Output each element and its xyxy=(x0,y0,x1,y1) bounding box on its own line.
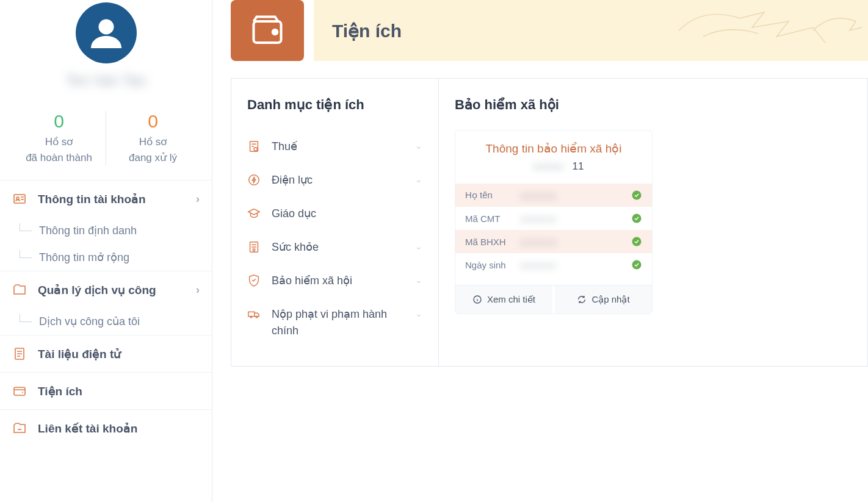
info-key: Ngày sinh xyxy=(465,260,520,270)
info-card-title: Thông tin bảo hiểm xã hội xyxy=(455,142,652,156)
page-title: Tiện ích xyxy=(332,20,402,41)
category-fines[interactable]: Nộp phạt vi phạm hành chính ⌄ xyxy=(247,298,422,348)
category-health[interactable]: Sức khỏe ⌄ xyxy=(247,231,422,264)
stat-completed-value: 0 xyxy=(17,111,101,132)
refresh-icon xyxy=(577,295,587,304)
category-social-insurance[interactable]: Bảo hiểm xã hội ⌄ xyxy=(247,264,422,298)
sidebar-item-utilities[interactable]: Tiện ích xyxy=(0,372,212,409)
header-title-box: Tiện ích xyxy=(314,0,868,61)
info-actions: Xem chi tiết Cập nhật xyxy=(455,285,652,314)
sidebar-subitem-label: Dịch vụ công của tôi xyxy=(39,315,140,328)
info-card-subtitle: xxxxxx11 xyxy=(455,160,652,173)
check-circle-icon xyxy=(631,236,642,247)
stats: 0 Hồ sơ đã hoàn thành 0 Hồ sơ đang xử lý xyxy=(0,101,212,180)
info-row-dob: Ngày sinh xxxxxxxx xyxy=(455,253,652,276)
detail-title: Bảo hiểm xã hội xyxy=(455,97,852,113)
decorative-bird-icon xyxy=(667,0,862,61)
svg-point-6 xyxy=(273,30,278,35)
sidebar-subitem-label: Thông tin định danh xyxy=(39,224,137,237)
main-content: Tiện ích Danh mục tiện ích Thuế ⌄ Điện l… xyxy=(212,0,868,502)
svg-point-2 xyxy=(16,197,19,199)
svg-point-13 xyxy=(256,316,258,318)
id-card-icon xyxy=(12,192,27,206)
stat-processing-value: 0 xyxy=(111,111,195,132)
info-icon xyxy=(472,295,482,304)
detail-panel: Bảo hiểm xã hội Thông tin bảo hiểm xã hộ… xyxy=(438,78,868,367)
svg-point-17 xyxy=(632,260,642,270)
chevron-right-icon: › xyxy=(196,193,200,206)
chevron-down-icon: ⌄ xyxy=(415,174,422,184)
info-key: Mã BHXH xyxy=(465,237,520,247)
stat-processing: 0 Hồ sơ đang xử lý xyxy=(106,111,200,165)
svg-point-15 xyxy=(632,214,642,223)
svg-point-16 xyxy=(632,237,642,246)
sidebar-subitem-identity[interactable]: Thông tin định danh xyxy=(12,217,212,244)
info-val: xxxxxxxx xyxy=(520,213,631,224)
svg-point-9 xyxy=(249,175,259,185)
info-card: Thông tin bảo hiểm xã hội xxxxxx11 Họ tê… xyxy=(455,130,653,314)
document-icon xyxy=(12,346,27,361)
sidebar-item-docs[interactable]: Tài liệu điện tử xyxy=(0,335,212,372)
sidebar-item-account[interactable]: Thông tin tài khoản › xyxy=(0,180,212,217)
page-header: Tiện ích xyxy=(231,0,868,61)
category-label: Bảo hiểm xã hội xyxy=(272,273,415,289)
health-icon xyxy=(247,240,261,254)
user-icon xyxy=(88,15,125,51)
content-panels: Danh mục tiện ích Thuế ⌄ Điện lực ⌄ Giáo… xyxy=(231,78,868,367)
info-key: Mã CMT xyxy=(465,213,520,224)
sidebar: Ten Van Tao 0 Hồ sơ đã hoàn thành 0 Hồ s… xyxy=(0,0,212,502)
stat-completed-label: Hồ sơ đã hoàn thành xyxy=(17,134,101,165)
link-folder-icon xyxy=(12,421,27,436)
svg-point-12 xyxy=(250,316,252,318)
lightning-icon xyxy=(247,173,261,187)
check-circle-icon xyxy=(631,213,642,224)
chevron-down-icon: ⌄ xyxy=(415,141,422,151)
button-label: Xem chi tiết xyxy=(487,294,535,305)
sidebar-item-label: Quản lý dịch vụ công xyxy=(38,283,196,297)
svg-point-8 xyxy=(254,148,258,151)
info-row-name: Họ tên xxxxxxxx xyxy=(455,184,652,207)
avatar[interactable] xyxy=(76,2,137,63)
truck-icon xyxy=(247,307,261,321)
categories-title: Danh mục tiện ích xyxy=(247,97,422,113)
info-val: xxxxxxxx xyxy=(520,260,631,270)
category-electricity[interactable]: Điện lực ⌄ xyxy=(247,163,422,197)
stat-completed: 0 Hồ sơ đã hoàn thành xyxy=(12,111,106,165)
sidebar-item-label: Thông tin tài khoản xyxy=(38,192,196,206)
sidebar-item-label: Liên kết tài khoản xyxy=(38,421,200,436)
svg-rect-1 xyxy=(14,195,25,203)
info-row-cmt: Mã CMT xxxxxxxx xyxy=(455,207,652,230)
info-card-sub-suffix: 11 xyxy=(573,160,584,172)
sidebar-item-services[interactable]: Quản lý dịch vụ công › xyxy=(0,271,212,308)
graduation-icon xyxy=(247,207,261,220)
sidebar-subitem-label: Thông tin mở rộng xyxy=(39,251,129,264)
update-button[interactable]: Cập nhật xyxy=(555,285,652,314)
category-label: Sức khỏe xyxy=(272,239,415,256)
info-val: xxxxxxxx xyxy=(520,237,631,247)
tax-icon xyxy=(247,140,261,153)
category-label: Điện lực xyxy=(272,172,415,188)
chevron-down-icon: ⌄ xyxy=(415,275,422,285)
wallet-icon xyxy=(12,384,27,398)
category-education[interactable]: Giáo dục xyxy=(247,197,422,231)
button-label: Cập nhật xyxy=(591,294,629,305)
category-tax[interactable]: Thuế ⌄ xyxy=(247,130,422,163)
chevron-down-icon: ⌄ xyxy=(415,309,422,318)
check-circle-icon xyxy=(631,190,642,201)
sidebar-subitem-my-services[interactable]: Dịch vụ công của tôi xyxy=(12,308,212,335)
username: Ten Van Tao xyxy=(12,72,200,89)
wallet-icon xyxy=(249,12,286,49)
sidebar-item-label: Tiện ích xyxy=(38,384,200,398)
sidebar-subitem-extended[interactable]: Thông tin mở rộng xyxy=(12,244,212,271)
profile-section: Ten Van Tao xyxy=(0,0,212,101)
chevron-down-icon: ⌄ xyxy=(415,242,422,251)
check-circle-icon xyxy=(631,259,642,270)
info-val: xxxxxxxx xyxy=(520,190,631,201)
view-detail-button[interactable]: Xem chi tiết xyxy=(455,285,555,314)
sidebar-item-label: Tài liệu điện tử xyxy=(38,347,200,361)
info-row-bhxh: Mã BHXH xxxxxxxx xyxy=(455,230,652,253)
svg-point-0 xyxy=(98,20,114,35)
folder-icon xyxy=(12,282,27,297)
sidebar-item-linked[interactable]: Liên kết tài khoản xyxy=(0,409,212,446)
svg-rect-4 xyxy=(14,387,25,395)
